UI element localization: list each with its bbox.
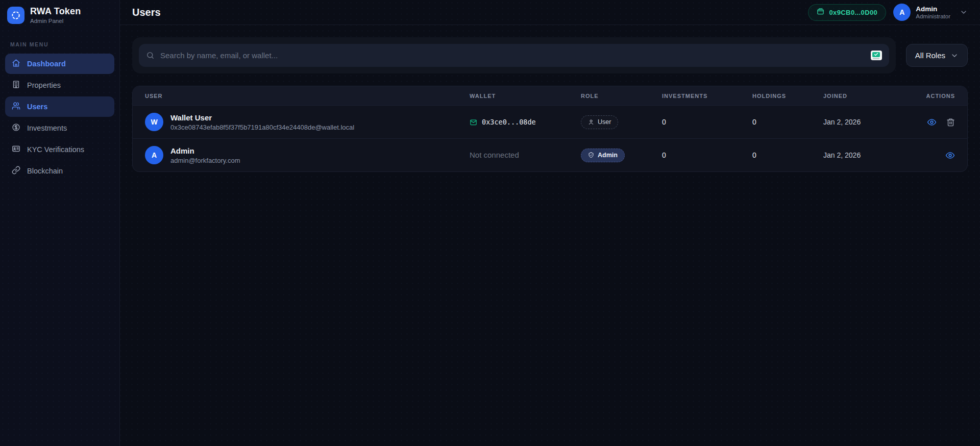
column-header-investments: INVESTMENTS — [662, 93, 752, 99]
sidebar: RWA Token Admin Panel MAIN MENU Dashboar… — [0, 0, 120, 446]
joined-date: Jan 2, 2026 — [823, 151, 898, 159]
dollar-icon — [12, 123, 20, 133]
brand: RWA Token Admin Panel — [5, 6, 114, 24]
sidebar-item-label: Dashboard — [27, 60, 66, 68]
brand-name: RWA Token — [30, 6, 81, 17]
table-header-row: USER WALLET ROLE INVESTMENTS HOLDINGS JO… — [133, 86, 967, 105]
topbar: Users 0x9CB0...0D00 A Admin Administrato… — [120, 0, 980, 25]
wallet-icon — [817, 8, 824, 17]
chevron-down-icon — [960, 8, 968, 16]
page-title: Users — [132, 7, 161, 18]
profile-role: Administrator — [916, 13, 950, 19]
table-row: W Wallet User 0x3ce08743efab8f5f37f5b719… — [133, 105, 967, 138]
sidebar-item-investments[interactable]: Investments — [5, 118, 114, 138]
column-header-actions: ACTIONS — [898, 93, 955, 99]
user-name: Wallet User — [170, 113, 354, 122]
chevron-down-icon — [950, 52, 959, 60]
filter-bar: All Roles — [132, 37, 968, 73]
user-name: Admin — [170, 146, 240, 155]
users-table: USER WALLET ROLE INVESTMENTS HOLDINGS JO… — [132, 86, 968, 172]
role-filter-select[interactable]: All Roles — [906, 44, 968, 67]
connected-wallet-button[interactable]: 0x9CB0...0D00 — [808, 4, 886, 21]
link-icon — [12, 166, 20, 176]
extension-badge-icon[interactable] — [871, 51, 882, 60]
joined-date: Jan 2, 2026 — [823, 118, 898, 126]
sidebar-item-kyc[interactable]: KYC Verifications — [5, 139, 114, 160]
column-header-wallet: WALLET — [470, 93, 581, 99]
wallet-status: Not connected — [470, 151, 519, 159]
role-badge: User — [581, 115, 618, 129]
wallet-address: 0x3ce0...08de — [482, 118, 536, 126]
building-icon — [12, 80, 20, 90]
profile-name: Admin — [916, 5, 950, 13]
user-email: admin@forkfactory.com — [170, 157, 240, 164]
sidebar-item-label: KYC Verifications — [27, 145, 84, 154]
holdings-count: 0 — [752, 151, 823, 159]
search-card — [132, 37, 896, 73]
delete-user-button[interactable] — [946, 118, 955, 127]
avatar: W — [145, 113, 163, 131]
sidebar-item-properties[interactable]: Properties — [5, 75, 114, 95]
sidebar-section-label: MAIN MENU — [5, 41, 114, 47]
role-badge: Admin — [581, 148, 625, 162]
sidebar-item-label: Blockchain — [27, 167, 63, 175]
sidebar-item-dashboard[interactable]: Dashboard — [5, 54, 114, 74]
main-area: Users 0x9CB0...0D00 A Admin Administrato… — [120, 0, 980, 446]
home-icon — [12, 59, 20, 69]
view-user-button[interactable] — [945, 151, 955, 160]
profile-menu[interactable]: A Admin Administrator — [893, 4, 968, 21]
users-icon — [12, 102, 20, 112]
sidebar-item-label: Investments — [27, 124, 67, 132]
table-row: A Admin admin@forkfactory.com Not connec… — [133, 138, 967, 171]
id-card-icon — [12, 144, 20, 155]
wallet-address: 0x9CB0...0D00 — [829, 9, 877, 16]
column-header-joined: JOINED — [823, 93, 898, 99]
sidebar-item-users[interactable]: Users — [5, 96, 114, 117]
sidebar-item-label: Users — [27, 103, 47, 111]
role-filter-label: All Roles — [915, 51, 945, 60]
profile-avatar: A — [893, 4, 911, 21]
brand-subtitle: Admin Panel — [30, 18, 81, 24]
holdings-count: 0 — [752, 118, 823, 126]
app-logo-icon — [7, 7, 24, 24]
column-header-role: ROLE — [581, 93, 662, 99]
avatar: A — [145, 146, 163, 164]
app-root: RWA Token Admin Panel MAIN MENU Dashboar… — [0, 0, 980, 446]
column-header-holdings: HOLDINGS — [752, 93, 823, 99]
sidebar-nav: Dashboard Properties Users Investments — [5, 54, 114, 181]
search-input[interactable] — [160, 51, 865, 60]
search-box — [139, 44, 889, 67]
investments-count: 0 — [662, 151, 752, 159]
investments-count: 0 — [662, 118, 752, 126]
sidebar-item-label: Properties — [27, 81, 61, 89]
wallet-icon — [470, 118, 477, 126]
page-content: All Roles USER WALLET ROLE INVESTMENTS H… — [120, 25, 980, 184]
sidebar-item-blockchain[interactable]: Blockchain — [5, 161, 114, 181]
column-header-user: USER — [145, 93, 470, 99]
user-email: 0x3ce08743efab8f5f37f5b7191a80cf34e24408… — [170, 123, 354, 131]
search-icon — [146, 51, 155, 60]
view-user-button[interactable] — [927, 117, 937, 127]
